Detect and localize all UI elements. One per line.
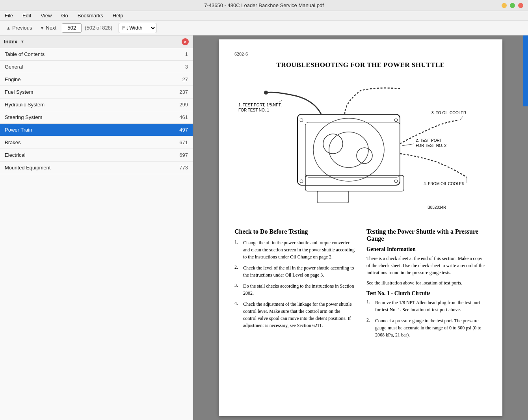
sidebar-item-page: 1 [185,51,188,57]
svg-point-2 [329,132,368,167]
left-para-1: 1. Change the oil in the power shuttle a… [234,239,355,260]
menu-view[interactable]: View [39,12,53,19]
sidebar-item-page: 497 [179,127,188,133]
menu-go[interactable]: Go [59,12,69,19]
sidebar-item-mounted-equipment[interactable]: Mounted Equipment773 [0,162,193,174]
maximize-button[interactable] [510,3,515,8]
test-num-2: 2. [366,317,373,338]
scrollbar[interactable] [523,35,528,106]
svg-rect-3 [305,122,400,177]
diagram-area: 1. TEST PORT, 1/8 NPT, FOR TEST NO. 1 2.… [234,77,487,219]
sidebar-item-label: Engine [5,76,20,82]
window-controls [502,3,523,8]
previous-button[interactable]: ▲ Previous [4,23,34,32]
sidebar: Index ▼ × Table of Contents1General3Engi… [0,35,193,420]
test-title: Test No. 1 - Clutch Circuits [366,290,487,297]
next-button[interactable]: ▼ Next [37,23,59,32]
svg-point-1 [313,118,384,181]
sidebar-item-label: Mounted Equipment [5,165,50,171]
svg-point-21 [394,119,398,122]
pdf-area[interactable]: 6202-6 TROUBLESHOOTING FOR THE POWER SHU… [193,35,528,420]
para-num-3: 3. [234,282,241,297]
index-list: Table of Contents1General3Engine27Fuel S… [0,48,193,420]
svg-point-22 [394,180,398,183]
para-num-4: 4. [234,301,241,329]
minimize-button[interactable] [502,3,507,8]
sidebar-item-page: 237 [179,89,188,95]
sidebar-item-steering-system[interactable]: Steering System461 [0,111,193,124]
sidebar-item-page: 671 [179,139,188,145]
test-text-1: Remove the 1/8 NPT Allen head plug from … [375,299,487,313]
right-para-2: See the illustration above for location … [366,279,487,286]
svg-point-19 [300,119,303,122]
sidebar-item-power-train[interactable]: Power Train497 [0,124,193,136]
svg-line-14 [460,116,463,120]
para-num-2: 2. [234,264,241,279]
up-arrow-icon: ▲ [6,26,11,30]
svg-text:3. TO OIL COOLER: 3. TO OIL COOLER [431,111,466,115]
window-title: 7-43650 - 480C Loader Backhoe Service Ma… [204,2,324,8]
next-label: Next [46,25,56,31]
sidebar-item-page: 461 [179,114,188,120]
sidebar-item-label: Power Train [5,127,32,133]
sidebar-item-label: Brakes [5,139,20,145]
menu-help[interactable]: Help [111,12,125,19]
main-area: Index ▼ × Table of Contents1General3Engi… [0,35,528,420]
sidebar-item-engine[interactable]: Engine27 [0,73,193,86]
svg-text:FOR TEST NO. 1: FOR TEST NO. 1 [238,108,269,112]
sidebar-item-page: 3 [185,64,188,70]
pdf-right-col: Testing the Power Shuttle with a Pressur… [366,228,487,342]
para-text-2: Check the level of the oil in the power … [243,264,355,279]
right-test-1: 1. Remove the 1/8 NPT Allen head plug fr… [366,299,487,313]
close-button[interactable] [518,3,523,8]
sidebar-item-label: Steering System [5,114,42,120]
pdf-main-title: TROUBLESHOOTING FOR THE POWER SHUTTLE [234,61,487,69]
test-num-1: 1. [366,299,373,313]
page-total: (502 of 828) [85,25,112,31]
svg-text:2. TEST PORT: 2. TEST PORT [416,138,442,143]
svg-text:FOR TEST NO. 2: FOR TEST NO. 2 [416,143,446,148]
sidebar-item-label: Hydraulic System [5,102,45,108]
sidebar-close-button[interactable]: × [182,38,189,45]
right-section-title: Testing the Power Shuttle with a Pressur… [366,228,487,242]
right-sub-title: General Information [366,246,487,253]
sidebar-header-left: Index ▼ [4,39,24,45]
sidebar-item-electrical[interactable]: Electrical697 [0,149,193,162]
sidebar-title: Index [4,39,17,45]
sidebar-item-page: 299 [179,102,188,108]
sidebar-item-fuel-system[interactable]: Fuel System237 [0,86,193,98]
toolbar: ▲ Previous ▼ Next (502 of 828) Fit Width… [0,20,528,35]
left-para-3: 3. Do the stall checks according to the … [234,282,355,297]
down-arrow-icon: ▼ [40,26,44,30]
para-text-3: Do the stall checks according to the ins… [243,282,355,297]
fit-width-select[interactable]: Fit Width Fit Page Actual Size 50% 75% 1… [119,23,156,33]
dropdown-arrow-icon[interactable]: ▼ [20,39,24,44]
sidebar-item-general[interactable]: General3 [0,61,193,73]
sidebar-header: Index ▼ × [0,35,193,48]
svg-point-4 [323,134,343,154]
sidebar-item-page: 27 [182,76,188,82]
para-num-1: 1. [234,239,241,260]
menu-edit[interactable]: Edit [21,12,33,19]
sidebar-item-label: Electrical [5,152,26,158]
svg-rect-17 [305,175,404,191]
sidebar-item-page: 773 [179,165,188,171]
para-text-4: Check the adjustment of the linkage for … [243,301,355,329]
left-para-2: 2. Check the level of the oil in the pow… [234,264,355,279]
pdf-page-number: 6202-6 [234,51,487,57]
para-text-1: Change the oil in the power shuttle and … [243,239,355,260]
left-section-title: Check to Do Before Testing [234,228,355,235]
menu-bookmarks[interactable]: Bookmarks [76,12,105,19]
sidebar-item-brakes[interactable]: Brakes671 [0,136,193,149]
page-number-input[interactable] [62,23,82,33]
svg-text:4. FROM OIL COOLER: 4. FROM OIL COOLER [424,182,465,186]
menu-file[interactable]: File [3,12,15,19]
sidebar-item-label: Fuel System [5,89,33,95]
svg-line-12 [402,144,414,146]
sidebar-item-table-of-contents[interactable]: Table of Contents1 [0,48,193,61]
sidebar-item-hydraulic-system[interactable]: Hydraulic System299 [0,98,193,111]
test-text-2: Connect a pressure gauge to the test por… [375,317,487,338]
pdf-page: 6202-6 TROUBLESHOOTING FOR THE POWER SHU… [219,39,502,416]
svg-point-6 [264,91,268,95]
svg-text:B852034R: B852034R [428,205,446,210]
